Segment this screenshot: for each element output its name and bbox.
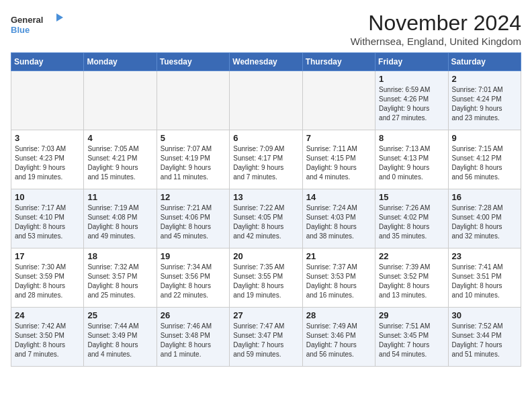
day-number: 12 — [161, 192, 226, 202]
day-info: Sunrise: 7:34 AM Sunset: 3:56 PM Dayligh… — [161, 263, 226, 300]
calendar-cell: 28Sunrise: 7:49 AM Sunset: 3:46 PM Dayli… — [302, 308, 375, 367]
calendar-cell: 2Sunrise: 7:01 AM Sunset: 4:24 PM Daylig… — [448, 71, 521, 130]
day-info: Sunrise: 7:01 AM Sunset: 4:24 PM Dayligh… — [452, 85, 517, 123]
weekday-header: Friday — [375, 53, 448, 71]
weekday-header: Wednesday — [230, 53, 302, 71]
day-number: 13 — [233, 192, 298, 202]
page-header: General Blue November 2024 Withernsea, E… — [11, 11, 521, 47]
day-info: Sunrise: 7:09 AM Sunset: 4:17 PM Dayligh… — [233, 144, 298, 182]
calendar-cell: 17Sunrise: 7:30 AM Sunset: 3:59 PM Dayli… — [11, 248, 84, 308]
calendar-cell: 14Sunrise: 7:24 AM Sunset: 4:03 PM Dayli… — [302, 189, 375, 248]
calendar-cell — [84, 71, 157, 130]
calendar-week-row: 1Sunrise: 6:59 AM Sunset: 4:26 PM Daylig… — [11, 71, 521, 130]
day-number: 18 — [87, 251, 152, 261]
day-info: Sunrise: 7:44 AM Sunset: 3:49 PM Dayligh… — [87, 322, 152, 359]
day-info: Sunrise: 7:07 AM Sunset: 4:19 PM Dayligh… — [161, 144, 226, 182]
day-info: Sunrise: 7:15 AM Sunset: 4:12 PM Dayligh… — [452, 144, 517, 182]
calendar-cell: 12Sunrise: 7:21 AM Sunset: 4:06 PM Dayli… — [157, 189, 229, 248]
svg-text:Blue: Blue — [11, 25, 30, 35]
day-number: 24 — [15, 310, 80, 320]
calendar-cell: 24Sunrise: 7:42 AM Sunset: 3:50 PM Dayli… — [11, 308, 84, 367]
day-info: Sunrise: 7:32 AM Sunset: 3:57 PM Dayligh… — [87, 263, 152, 300]
day-info: Sunrise: 7:21 AM Sunset: 4:06 PM Dayligh… — [161, 203, 226, 241]
calendar-cell: 8Sunrise: 7:13 AM Sunset: 4:13 PM Daylig… — [375, 130, 448, 189]
calendar-cell: 11Sunrise: 7:19 AM Sunset: 4:08 PM Dayli… — [84, 189, 157, 248]
calendar-cell — [230, 71, 302, 130]
day-number: 3 — [15, 133, 80, 143]
month-title: November 2024 — [351, 11, 521, 36]
day-number: 6 — [233, 133, 298, 143]
calendar-cell — [157, 71, 229, 130]
calendar-cell: 27Sunrise: 7:47 AM Sunset: 3:47 PM Dayli… — [230, 308, 302, 367]
calendar-cell: 22Sunrise: 7:39 AM Sunset: 3:52 PM Dayli… — [375, 248, 448, 308]
day-number: 30 — [452, 310, 517, 320]
day-number: 23 — [452, 251, 517, 261]
day-info: Sunrise: 7:52 AM Sunset: 3:44 PM Dayligh… — [452, 322, 517, 359]
day-info: Sunrise: 7:51 AM Sunset: 3:45 PM Dayligh… — [379, 322, 444, 359]
day-info: Sunrise: 7:05 AM Sunset: 4:21 PM Dayligh… — [87, 144, 152, 182]
day-info: Sunrise: 7:22 AM Sunset: 4:05 PM Dayligh… — [233, 203, 298, 241]
day-number: 28 — [306, 310, 371, 320]
day-info: Sunrise: 7:28 AM Sunset: 4:00 PM Dayligh… — [452, 203, 517, 241]
calendar-cell: 3Sunrise: 7:03 AM Sunset: 4:23 PM Daylig… — [11, 130, 84, 189]
day-number: 11 — [87, 192, 152, 202]
day-number: 21 — [306, 251, 371, 261]
day-number: 4 — [87, 133, 152, 143]
day-number: 8 — [379, 133, 444, 143]
svg-text:General: General — [11, 15, 43, 25]
calendar-cell: 30Sunrise: 7:52 AM Sunset: 3:44 PM Dayli… — [448, 308, 521, 367]
day-number: 7 — [306, 133, 371, 143]
logo: General Blue — [11, 11, 64, 40]
calendar-cell: 10Sunrise: 7:17 AM Sunset: 4:10 PM Dayli… — [11, 189, 84, 248]
day-number: 5 — [161, 133, 226, 143]
day-info: Sunrise: 7:47 AM Sunset: 3:47 PM Dayligh… — [233, 322, 298, 359]
day-number: 22 — [379, 251, 444, 261]
calendar-cell: 7Sunrise: 7:11 AM Sunset: 4:15 PM Daylig… — [302, 130, 375, 189]
calendar-cell: 21Sunrise: 7:37 AM Sunset: 3:53 PM Dayli… — [302, 248, 375, 308]
day-number: 19 — [161, 251, 226, 261]
calendar-cell: 26Sunrise: 7:46 AM Sunset: 3:48 PM Dayli… — [157, 308, 229, 367]
day-number: 20 — [233, 251, 298, 261]
logo-svg: General Blue — [11, 11, 64, 40]
day-info: Sunrise: 7:35 AM Sunset: 3:55 PM Dayligh… — [233, 263, 298, 300]
day-info: Sunrise: 7:19 AM Sunset: 4:08 PM Dayligh… — [87, 203, 152, 241]
day-number: 2 — [452, 74, 517, 84]
location: Withernsea, England, United Kingdom — [351, 36, 521, 47]
day-number: 1 — [379, 74, 444, 84]
calendar-cell: 25Sunrise: 7:44 AM Sunset: 3:49 PM Dayli… — [84, 308, 157, 367]
day-number: 25 — [87, 310, 152, 320]
calendar-cell: 13Sunrise: 7:22 AM Sunset: 4:05 PM Dayli… — [230, 189, 302, 248]
calendar-cell — [11, 71, 84, 130]
calendar-cell: 5Sunrise: 7:07 AM Sunset: 4:19 PM Daylig… — [157, 130, 229, 189]
calendar-cell: 18Sunrise: 7:32 AM Sunset: 3:57 PM Dayli… — [84, 248, 157, 308]
weekday-header: Monday — [84, 53, 157, 71]
day-number: 17 — [15, 251, 80, 261]
day-info: Sunrise: 7:39 AM Sunset: 3:52 PM Dayligh… — [379, 263, 444, 300]
day-info: Sunrise: 7:13 AM Sunset: 4:13 PM Dayligh… — [379, 144, 444, 182]
calendar-cell: 6Sunrise: 7:09 AM Sunset: 4:17 PM Daylig… — [230, 130, 302, 189]
day-info: Sunrise: 7:37 AM Sunset: 3:53 PM Dayligh… — [306, 263, 371, 300]
calendar-cell: 1Sunrise: 6:59 AM Sunset: 4:26 PM Daylig… — [375, 71, 448, 130]
day-info: Sunrise: 7:49 AM Sunset: 3:46 PM Dayligh… — [306, 322, 371, 359]
day-info: Sunrise: 7:42 AM Sunset: 3:50 PM Dayligh… — [15, 322, 80, 359]
calendar-cell: 16Sunrise: 7:28 AM Sunset: 4:00 PM Dayli… — [448, 189, 521, 248]
calendar-cell: 19Sunrise: 7:34 AM Sunset: 3:56 PM Dayli… — [157, 248, 229, 308]
day-info: Sunrise: 7:46 AM Sunset: 3:48 PM Dayligh… — [161, 322, 226, 359]
day-info: Sunrise: 7:11 AM Sunset: 4:15 PM Dayligh… — [306, 144, 371, 182]
calendar-cell: 9Sunrise: 7:15 AM Sunset: 4:12 PM Daylig… — [448, 130, 521, 189]
calendar-cell: 15Sunrise: 7:26 AM Sunset: 4:02 PM Dayli… — [375, 189, 448, 248]
weekday-header: Saturday — [448, 53, 521, 71]
day-number: 27 — [233, 310, 298, 320]
calendar-week-row: 17Sunrise: 7:30 AM Sunset: 3:59 PM Dayli… — [11, 248, 521, 308]
day-number: 9 — [452, 133, 517, 143]
weekday-header: Tuesday — [157, 53, 229, 71]
day-info: Sunrise: 7:17 AM Sunset: 4:10 PM Dayligh… — [15, 203, 80, 241]
day-info: Sunrise: 6:59 AM Sunset: 4:26 PM Dayligh… — [379, 85, 444, 123]
calendar-week-row: 3Sunrise: 7:03 AM Sunset: 4:23 PM Daylig… — [11, 130, 521, 189]
title-block: November 2024 Withernsea, England, Unite… — [351, 11, 521, 47]
calendar-cell — [302, 71, 375, 130]
calendar-week-row: 10Sunrise: 7:17 AM Sunset: 4:10 PM Dayli… — [11, 189, 521, 248]
calendar-cell: 4Sunrise: 7:05 AM Sunset: 4:21 PM Daylig… — [84, 130, 157, 189]
calendar-cell: 29Sunrise: 7:51 AM Sunset: 3:45 PM Dayli… — [375, 308, 448, 367]
day-number: 16 — [452, 192, 517, 202]
